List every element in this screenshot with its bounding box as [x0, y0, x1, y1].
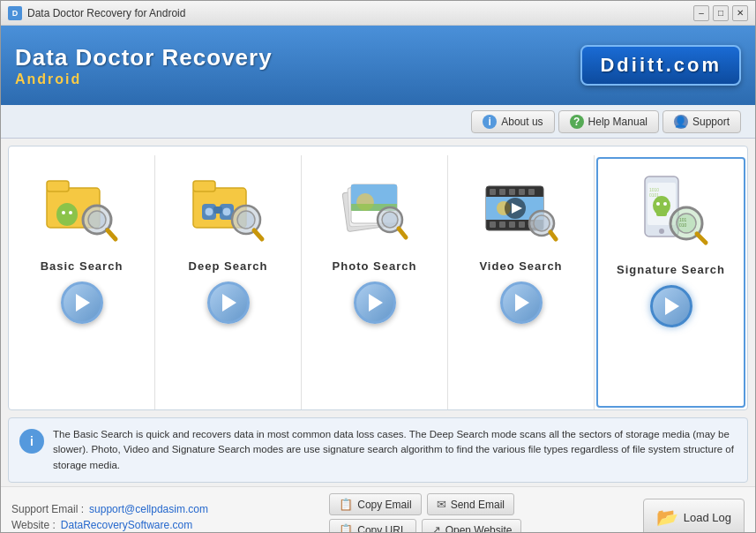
search-modes: Basic Search — [9, 146, 747, 409]
send-email-button[interactable]: ✉ Send Email — [427, 493, 514, 515]
title-bar-left: D Data Doctor Recovery for Android — [8, 6, 185, 20]
signature-search-icon-container: 1010 0101 101 010 — [627, 168, 715, 256]
open-website-button[interactable]: ↗ Open Website — [422, 519, 522, 533]
svg-line-18 — [254, 230, 262, 239]
support-info: Support Email : support@cellpdasim.com W… — [11, 503, 208, 531]
svg-point-50 — [656, 202, 660, 206]
question-icon: ? — [570, 115, 584, 129]
svg-rect-34 — [528, 189, 535, 195]
svg-text:0101: 0101 — [649, 192, 659, 198]
svg-rect-1 — [47, 181, 69, 191]
photo-search-icon — [335, 169, 415, 248]
photo-search-mode: Photo Search — [302, 155, 448, 409]
external-link-icon: ↗ — [431, 523, 441, 533]
send-icon: ✉ — [437, 498, 446, 511]
svg-rect-37 — [509, 221, 515, 228]
svg-point-4 — [69, 211, 72, 214]
play-triangle-icon — [665, 297, 679, 315]
svg-line-46 — [550, 232, 556, 239]
photo-search-play-button[interactable] — [354, 282, 396, 324]
info-icon: i — [483, 115, 497, 129]
basic-search-play-button[interactable] — [61, 282, 103, 324]
info-text: The Basic Search is quick and recovers d… — [53, 427, 737, 473]
svg-rect-35 — [490, 221, 496, 228]
deep-search-icon — [189, 169, 268, 248]
support-email-label: Support Email : — [11, 503, 84, 515]
svg-rect-52 — [656, 211, 667, 216]
app-header: Data Doctor Recovery Android Ddiitt.com — [1, 26, 755, 105]
support-email-row: Support Email : support@cellpdasim.com — [11, 503, 208, 515]
svg-point-3 — [62, 211, 65, 214]
action-row-1: 📋 Copy Email ✉ Send Email — [329, 493, 521, 515]
svg-rect-32 — [509, 189, 515, 195]
basic-search-icon — [42, 169, 122, 248]
signature-search-label: Signature Search — [617, 263, 725, 276]
send-email-label: Send Email — [451, 499, 505, 511]
app-title: Data Doctor Recovery for Android — [27, 7, 185, 19]
action-row-2: 📋 Copy URL ↗ Open Website — [329, 519, 521, 533]
bottom-bar: Support Email : support@cellpdasim.com W… — [1, 486, 755, 533]
copy-url-label: Copy URL — [357, 524, 406, 533]
title-bar-controls: – □ ✕ — [693, 5, 748, 21]
svg-point-2 — [56, 203, 78, 226]
about-us-button[interactable]: i About us — [471, 110, 554, 133]
logo-button[interactable]: Ddiitt.com — [580, 45, 741, 86]
copy-url-button[interactable]: 📋 Copy URL — [329, 519, 415, 533]
play-triangle-icon — [76, 294, 90, 312]
signature-search-icon: 1010 0101 101 010 — [632, 172, 711, 251]
deep-search-icon-container — [184, 164, 273, 252]
video-search-mode: Video Search — [448, 155, 595, 409]
svg-point-15 — [222, 207, 231, 216]
svg-line-8 — [108, 230, 116, 239]
copy-email-button[interactable]: 📋 Copy Email — [329, 493, 421, 515]
basic-search-mode: Basic Search — [9, 155, 155, 409]
minimize-button[interactable]: – — [693, 5, 709, 21]
person-icon: 👤 — [674, 115, 688, 129]
about-us-label: About us — [501, 116, 543, 128]
maximize-button[interactable]: □ — [713, 5, 729, 21]
copy-icon: 📋 — [339, 498, 353, 511]
app-title-sub: Android — [15, 71, 273, 87]
action-buttons: 📋 Copy Email ✉ Send Email 📋 Copy URL ↗ O… — [329, 493, 521, 533]
video-search-play-button[interactable] — [500, 282, 543, 324]
deep-search-label: Deep Search — [189, 259, 268, 273]
play-triangle-icon — [515, 294, 529, 312]
svg-text:010: 010 — [679, 222, 687, 228]
support-button[interactable]: 👤 Support — [662, 110, 741, 133]
video-search-label: Video Search — [479, 259, 562, 273]
svg-point-53 — [659, 229, 664, 234]
video-search-icon-container — [477, 164, 565, 252]
svg-point-14 — [205, 207, 213, 216]
svg-point-6 — [88, 211, 106, 229]
play-triangle-icon — [369, 294, 383, 312]
main-content: Basic Search — [8, 146, 748, 410]
svg-point-51 — [663, 202, 667, 206]
deep-search-play-button[interactable] — [207, 282, 250, 324]
svg-rect-38 — [519, 221, 525, 228]
signature-search-play-button[interactable] — [650, 285, 692, 327]
app-icon: D — [8, 6, 22, 20]
nav-bar: i About us ? Help Manual 👤 Support — [1, 105, 755, 139]
website-link[interactable]: DataRecoverySoftware.com — [61, 519, 192, 531]
svg-line-27 — [399, 229, 406, 237]
svg-point-26 — [382, 212, 398, 228]
website-row: Website : DataRecoverySoftware.com — [11, 519, 208, 531]
support-email-link[interactable]: support@cellpdasim.com — [89, 503, 208, 515]
photo-search-icon-container — [331, 164, 419, 252]
open-website-label: Open Website — [445, 524, 513, 533]
svg-rect-13 — [213, 206, 222, 214]
play-triangle-icon — [222, 294, 236, 312]
video-search-icon — [482, 169, 561, 248]
svg-point-17 — [237, 211, 255, 229]
svg-rect-31 — [499, 189, 505, 195]
signature-search-mode: 1010 0101 101 010 Signature Search — [596, 157, 745, 408]
app-title-block: Data Doctor Recovery Android — [15, 44, 273, 87]
svg-rect-10 — [193, 181, 215, 191]
svg-point-45 — [534, 215, 550, 231]
close-button[interactable]: ✕ — [732, 5, 748, 21]
website-label: Website : — [11, 519, 56, 531]
app-title-main: Data Doctor Recovery — [15, 44, 273, 71]
help-manual-button[interactable]: ? Help Manual — [558, 110, 659, 133]
load-log-button[interactable]: 📂 Load Log — [643, 499, 745, 533]
svg-rect-36 — [499, 221, 505, 228]
